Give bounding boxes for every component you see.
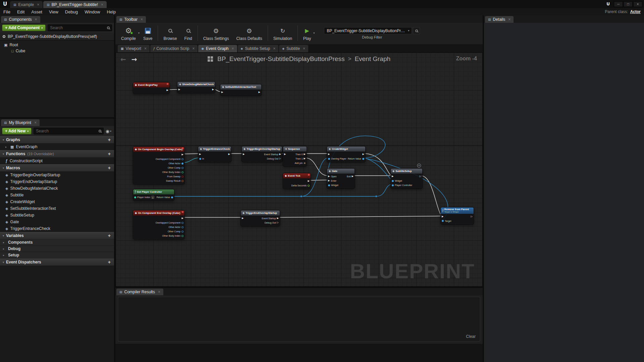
in-pin-exec[interactable]: ▶ — [442, 216, 443, 218]
item-debug[interactable]: ▸Debug — [0, 246, 114, 252]
close-button[interactable]: × — [633, 1, 642, 7]
out-pin-other-actor[interactable]: Other Actor — [169, 162, 183, 165]
out-pin-event-startup[interactable]: Event Startup▶ — [264, 153, 281, 156]
close-icon[interactable]: × — [192, 46, 195, 51]
parent-class-link[interactable]: Actor — [630, 9, 641, 14]
item-eventgraph[interactable]: ▸▦EventGraph — [0, 143, 114, 150]
clear-button[interactable]: Clear — [466, 334, 476, 339]
menu-debug[interactable]: Debug — [62, 9, 81, 14]
toolbar-simulation-button[interactable]: ↻Simulation — [270, 23, 296, 43]
out-pin-exec[interactable]: ▶ — [308, 180, 310, 182]
close-icon[interactable]: × — [34, 120, 37, 125]
out-pin-exec[interactable]: ▷ — [471, 216, 473, 218]
close-icon[interactable]: × — [101, 2, 103, 7]
out-pin-from-sweep[interactable]: From Sweep — [167, 175, 183, 178]
close-icon[interactable]: × — [303, 46, 305, 51]
node-header[interactable]: ƒGet Player Controller — [133, 189, 174, 194]
tab-details[interactable]: ▤ Details × — [485, 16, 514, 23]
close-icon[interactable]: × — [273, 46, 275, 51]
components-search[interactable] — [48, 24, 112, 31]
out-pin-delta-seconds[interactable]: Delta Seconds — [291, 184, 310, 187]
in-pin-target[interactable]: Target — [442, 220, 451, 222]
toolbar-class-defaults-button[interactable]: ⚙Class Defaults — [232, 23, 266, 43]
out-pin-event-startup[interactable]: Event Startup▶ — [262, 217, 279, 220]
node-remove-from-parent[interactable]: ƒRemove from ParentTarget is Widget▶▷Tar… — [440, 207, 474, 225]
node-trigger-end-overlap-startup[interactable]: ◈TriggerEndOverlapStartup▶Event Startup▶… — [240, 210, 280, 226]
close-icon[interactable]: × — [35, 17, 37, 22]
tree-item-cube[interactable]: □Cube — [0, 48, 114, 54]
toolbar-class-settings-button[interactable]: ⚙Class Settings — [200, 23, 233, 43]
in-pin-exec[interactable]: ▶ — [199, 153, 201, 156]
add-icon[interactable]: + — [107, 165, 111, 171]
out-pin-other-actor[interactable]: Other Actor — [169, 226, 183, 228]
node-header[interactable]: ◈TriggerEndOverlapStartup — [241, 210, 280, 216]
item-subtitlesetup[interactable]: ◈SubtitleSetup — [0, 212, 114, 219]
item-createwidget[interactable]: ◈CreateWidget — [0, 198, 114, 205]
node-header[interactable]: ◈SetSubtitleInteractionText — [220, 84, 261, 89]
item-triggerbeginoverlapstartup[interactable]: ◈TriggerBeginOverlapStartup — [0, 172, 114, 178]
reroute-node[interactable] — [375, 195, 377, 197]
out-pin-exec[interactable]: ▶ — [212, 88, 214, 91]
debug-search-button[interactable] — [413, 27, 420, 34]
node-gate[interactable]: ◈Gate▶OpenExit▶▶EnterWidget — [327, 168, 355, 189]
node-set-subtitle-interaction-text[interactable]: ◈SetSubtitleInteractionText▶▶ — [220, 84, 262, 96]
node-get-player-controller[interactable]: ƒGet Player ControllerPlayer Index0Retur… — [133, 189, 174, 201]
asset-tab-bp-eventtrigger-subtitle[interactable]: ▤BP_EventTrigger-Subtitle!× — [43, 1, 107, 8]
out-pin-add-pin[interactable]: Add pin⊕ — [294, 162, 306, 165]
item-gate[interactable]: ◈Gate — [0, 219, 114, 225]
out-pin-then-0[interactable]: Then 0▶ — [296, 153, 306, 156]
toolbar-compile-button[interactable]: ⚙Compile▾ — [117, 23, 140, 43]
in-pin-exec[interactable]: ▶ — [328, 153, 330, 156]
out-pin-exec[interactable]: ▶ — [228, 153, 230, 156]
section-variables[interactable]: ▾Variables+ — [0, 232, 114, 239]
item-triggerendoverlapstartup[interactable]: ◈TriggerEndOverlapStartup — [0, 178, 114, 185]
components-search-input[interactable] — [50, 25, 106, 30]
node-create-widget[interactable]: ◈CreateWidget▶▶Owning PlayerReturn Value — [327, 146, 366, 162]
section-graphs[interactable]: ▾Graphs+ — [0, 136, 114, 143]
in-pin-exec[interactable]: ▶ — [243, 153, 245, 156]
in-pin-enter[interactable]: ▶Enter — [328, 180, 336, 182]
add-component-button[interactable]: + Add Component ▾ — [2, 24, 46, 31]
node-header[interactable]: ◈Gate — [327, 169, 355, 174]
visibility-filter-button[interactable]: ◉▾ — [106, 129, 112, 134]
node-header[interactable]: ◆On Component Begin Overlap (Cube) — [133, 147, 184, 152]
pin-value[interactable]: 0 — [151, 196, 154, 199]
out-pin-then-1[interactable]: Then 1▶ — [296, 158, 306, 160]
node-trigger-entrance-check[interactable]: ◈TriggerEntranceCheck▶▶in — [198, 146, 231, 162]
in-pin-player-controller[interactable]: Player Controller — [392, 184, 412, 186]
menu-asset[interactable]: Asset — [28, 9, 46, 14]
toolbar-find-button[interactable]: Find — [180, 23, 196, 43]
out-pin-overlapped-component[interactable]: Overlapped Component — [156, 158, 183, 160]
add-icon[interactable]: + — [107, 151, 111, 157]
tree-item-root[interactable]: ▣Root — [0, 42, 114, 48]
menu-file[interactable]: File — [0, 9, 14, 14]
out-pin-other-comp[interactable]: Other Comp — [168, 230, 183, 233]
node-header[interactable]: ◆Event Tick — [283, 173, 311, 178]
back-arrow-icon[interactable]: ← — [120, 55, 126, 63]
tab-components[interactable]: ▤ Components × — [1, 16, 40, 23]
out-pin-debug-out[interactable]: Debug Out▷ — [267, 158, 281, 160]
add-icon[interactable]: + — [107, 137, 111, 142]
myblueprint-search[interactable] — [34, 128, 103, 134]
item-subtitle[interactable]: ◈Subtitle — [0, 192, 114, 198]
toolbar-play-button[interactable]: ▶Play▾ — [300, 23, 315, 43]
node-sequence[interactable]: ⇉Sequence▶Then 0▶Then 1▶Add pin⊕ — [283, 146, 307, 167]
section-functions[interactable]: ▾Functions(19 Overridable)+ — [0, 150, 114, 158]
out-pin-exec[interactable]: ▶ — [363, 153, 364, 156]
out-pin-return-value[interactable]: Return Value — [157, 196, 173, 198]
section-event-dispatchers[interactable]: ▾Event Dispatchers+ — [0, 258, 114, 266]
tab-event-graph[interactable]: ◉Event Graph× — [198, 45, 237, 52]
node-on-component-end-overlap[interactable]: ◆On Component End Overlap (Cube)▶Overlap… — [133, 210, 185, 239]
item-setsubtitleinteractiontext[interactable]: ◈SetSubtitleInteractionText — [0, 205, 114, 212]
reroute-node[interactable] — [300, 195, 302, 197]
in-pin-player-index[interactable]: Player Index0 — [134, 196, 154, 199]
maximize-button[interactable]: □ — [624, 1, 633, 7]
out-pin-other-body-index[interactable]: Other Body Index — [162, 171, 183, 173]
forward-arrow-icon[interactable]: → — [131, 55, 137, 63]
minimize-button[interactable]: ─ — [614, 1, 623, 7]
close-icon[interactable]: × — [508, 17, 511, 22]
in-pin-exec[interactable]: ▶ — [392, 175, 393, 178]
close-icon[interactable]: × — [141, 17, 143, 22]
out-pin-debug-out[interactable]: Debug Out▷ — [265, 222, 279, 224]
menu-window[interactable]: Window — [81, 9, 103, 14]
